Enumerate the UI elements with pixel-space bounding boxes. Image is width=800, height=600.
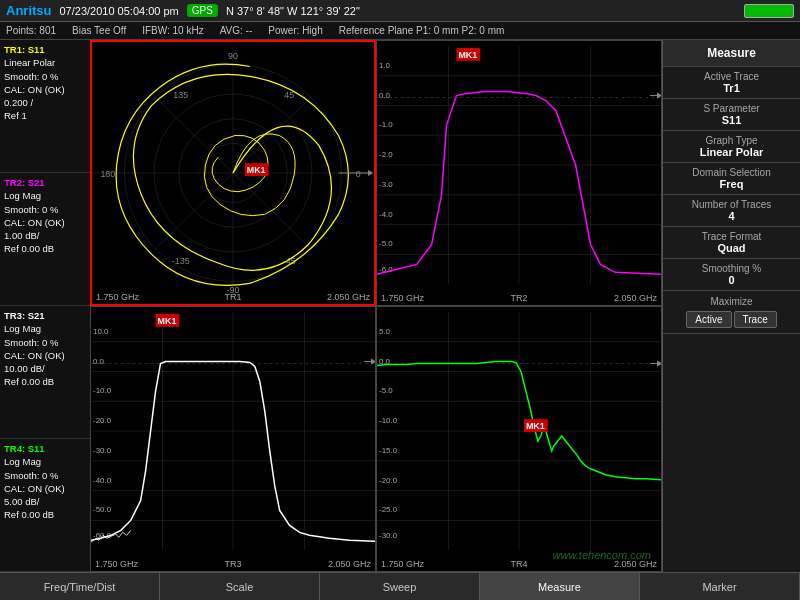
- graph-tr2[interactable]: 1.0 0.0 -1.0 -2.0 -3.0 -4.0 -5.0 -6.0: [376, 40, 662, 306]
- svg-text:-10.0: -10.0: [379, 416, 398, 425]
- tr2-cal: CAL: ON (OK): [4, 217, 65, 228]
- svg-text:-50.0: -50.0: [93, 505, 112, 514]
- tr2-ref: Ref 0.00 dB: [4, 243, 54, 254]
- svg-text:10.0: 10.0: [93, 327, 109, 336]
- logo: Anritsu: [6, 3, 52, 18]
- tr1-smooth: Smooth: 0 %: [4, 71, 58, 82]
- coordinates: N 37° 8' 48" W 121° 39' 22": [226, 5, 740, 17]
- tr3-type: Log Mag: [4, 323, 41, 334]
- sidebar-s-parameter-label: S Parameter: [669, 103, 794, 114]
- left-panel: TR1: S11 Linear Polar Smooth: 0 % CAL: O…: [0, 40, 662, 572]
- graph-tr1-freq-end: 2.050 GHz: [327, 292, 370, 302]
- datetime: 07/23/2010 05:04:00 pm: [60, 5, 179, 17]
- tr2-smooth: Smooth: 0 %: [4, 204, 58, 215]
- graph-tr4-label: TR4: [510, 559, 527, 569]
- tr4-ref: Ref 0.00 dB: [4, 509, 54, 520]
- sidebar-maximize: Maximize Active Trace: [663, 291, 800, 334]
- tr3-cal: CAL: ON (OK): [4, 350, 65, 361]
- graph-tr1-freq-start: 1.750 GHz: [96, 292, 139, 302]
- tab-scale-label: Scale: [226, 581, 254, 593]
- tab-marker[interactable]: Marker: [640, 573, 800, 600]
- sidebar-title: Measure: [663, 40, 800, 67]
- bottom-bar: Freq/Time/Dist Scale Sweep Measure Marke…: [0, 572, 800, 600]
- tab-measure[interactable]: Measure: [480, 573, 640, 600]
- sidebar-trace-format-label: Trace Format: [669, 231, 794, 242]
- sidebar-s-parameter-value: S11: [669, 114, 794, 126]
- svg-text:-4.0: -4.0: [379, 210, 393, 219]
- avg-info: AVG: --: [220, 25, 253, 36]
- tr3-smooth: Smooth: 0 %: [4, 337, 58, 348]
- sidebar-graph-type[interactable]: Graph Type Linear Polar: [663, 131, 800, 163]
- tr1-val: 0.200 /: [4, 97, 33, 108]
- right-panel: Measure Active Trace Tr1 S Parameter S11…: [662, 40, 800, 572]
- tr4-name: TR4: S11: [4, 443, 45, 454]
- graph-tr3-label: TR3: [224, 559, 241, 569]
- graph-tr4-freq-start: 1.750 GHz: [381, 559, 424, 569]
- tab-sweep[interactable]: Sweep: [320, 573, 480, 600]
- sidebar-domain-value: Freq: [669, 178, 794, 190]
- sidebar-active-button[interactable]: Active: [686, 311, 731, 328]
- tr2-type: Log Mag: [4, 190, 41, 201]
- sidebar-trace-format-value: Quad: [669, 242, 794, 254]
- sidebar-active-trace-label: Active Trace: [669, 71, 794, 82]
- trace-label-tr1: TR1: S11 Linear Polar Smooth: 0 % CAL: O…: [0, 40, 90, 173]
- tr3-name: TR3: S21: [4, 310, 45, 321]
- tab-freq-time-dist[interactable]: Freq/Time/Dist: [0, 573, 160, 600]
- bias-info: Bias Tee Off: [72, 25, 126, 36]
- svg-marker-86: [657, 361, 661, 367]
- sidebar-graph-type-value: Linear Polar: [669, 146, 794, 158]
- ifbw-info: IFBW: 10 kHz: [142, 25, 204, 36]
- graph-tr3-freq-start: 1.750 GHz: [95, 559, 138, 569]
- sidebar-smoothing[interactable]: Smoothing % 0: [663, 259, 800, 291]
- sidebar-s-parameter[interactable]: S Parameter S11: [663, 99, 800, 131]
- tr4-type: Log Mag: [4, 456, 41, 467]
- status-bar: Points: 801 Bias Tee Off IFBW: 10 kHz AV…: [0, 22, 800, 40]
- sidebar-smoothing-label: Smoothing %: [669, 263, 794, 274]
- svg-text:5.0: 5.0: [379, 327, 391, 336]
- tr3-ref: Ref 0.00 dB: [4, 376, 54, 387]
- tr1-ref: Ref 1: [4, 110, 27, 121]
- tr2-name: TR2: S21: [4, 177, 45, 188]
- svg-text:90: 90: [228, 51, 238, 61]
- svg-text:-3.0: -3.0: [379, 180, 393, 189]
- trace-label-tr4: TR4: S11 Log Mag Smooth: 0 % CAL: ON (OK…: [0, 439, 90, 572]
- sidebar-active-trace-value: Tr1: [669, 82, 794, 94]
- tab-freq-time-dist-label: Freq/Time/Dist: [44, 581, 116, 593]
- graphs-grid: 90 0 -90 180 45 135 -135 -45 MK1: [90, 40, 662, 572]
- tab-marker-label: Marker: [702, 581, 736, 593]
- graph-tr1-label: TR1: [224, 292, 241, 302]
- svg-text:-30.0: -30.0: [379, 531, 398, 540]
- tab-scale[interactable]: Scale: [160, 573, 320, 600]
- svg-text:MK1: MK1: [458, 50, 477, 60]
- graph-tr4[interactable]: 5.0 0.0 -5.0 -10.0 -15.0 -20.0 -25.0 -30…: [376, 306, 662, 572]
- svg-text:-30.0: -30.0: [93, 446, 112, 455]
- graph-tr3[interactable]: 10.0 0.0 -10.0 -20.0 -30.0 -40.0 -50.0 -…: [90, 306, 376, 572]
- sidebar-num-traces-value: 4: [669, 210, 794, 222]
- svg-text:0.0: 0.0: [93, 357, 105, 366]
- battery-indicator: [744, 4, 794, 18]
- graph-tr1[interactable]: 90 0 -90 180 45 135 -135 -45 MK1: [90, 40, 376, 306]
- sidebar-trace-button[interactable]: Trace: [734, 311, 777, 328]
- power-info: Power: High: [268, 25, 322, 36]
- sidebar-num-traces[interactable]: Number of Traces 4: [663, 195, 800, 227]
- tab-measure-label: Measure: [538, 581, 581, 593]
- sidebar-active-trace[interactable]: Active Trace Tr1: [663, 67, 800, 99]
- top-bar: Anritsu 07/23/2010 05:04:00 pm GPS N 37°…: [0, 0, 800, 22]
- refplane-info: Reference Plane P1: 0 mm P2: 0 mm: [339, 25, 505, 36]
- svg-text:-20.0: -20.0: [93, 416, 112, 425]
- svg-text:-20.0: -20.0: [379, 476, 398, 485]
- svg-text:MK1: MK1: [247, 165, 266, 175]
- tr4-val: 5.00 dB/: [4, 496, 39, 507]
- sidebar-graph-type-label: Graph Type: [669, 135, 794, 146]
- sidebar-trace-format[interactable]: Trace Format Quad: [663, 227, 800, 259]
- tr1-cal: CAL: ON (OK): [4, 84, 65, 95]
- svg-text:180: 180: [100, 169, 115, 179]
- graph-tr3-freq-end: 2.050 GHz: [328, 559, 371, 569]
- svg-text:-5.0: -5.0: [379, 386, 393, 395]
- sidebar-smoothing-value: 0: [669, 274, 794, 286]
- svg-text:1.0: 1.0: [379, 61, 391, 70]
- svg-text:MK1: MK1: [158, 316, 177, 326]
- sidebar-domain-selection[interactable]: Domain Selection Freq: [663, 163, 800, 195]
- trace-label-tr3: TR3: S21 Log Mag Smooth: 0 % CAL: ON (OK…: [0, 306, 90, 439]
- points-info: Points: 801: [6, 25, 56, 36]
